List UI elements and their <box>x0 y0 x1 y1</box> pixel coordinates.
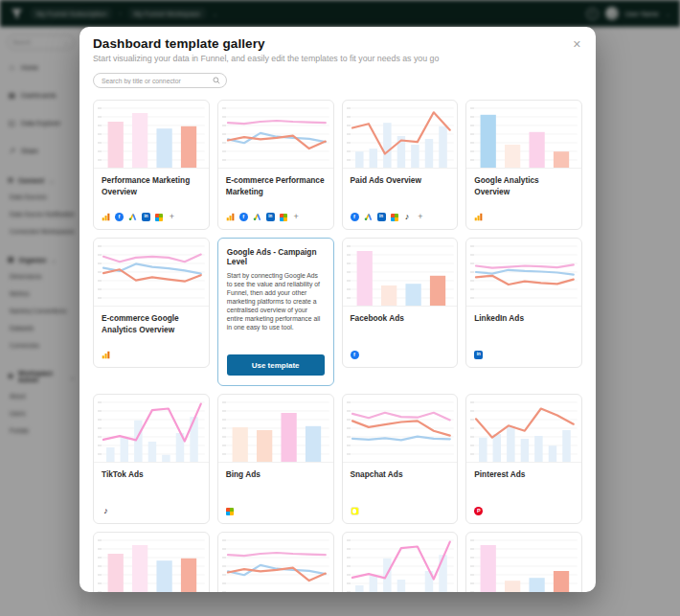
close-icon[interactable]: ✕ <box>571 37 583 52</box>
facebook-icon: f <box>115 213 124 221</box>
microsoft-icon <box>155 214 163 221</box>
template-chart-thumbnail <box>343 239 458 307</box>
template-title: Facebook Ads <box>351 313 450 325</box>
google-ads-icon <box>364 213 373 221</box>
template-card[interactable]: Bing Ads <box>217 394 334 524</box>
microsoft-icon <box>226 508 234 515</box>
facebook-icon: f <box>239 213 248 221</box>
google-analytics-icon <box>102 213 110 221</box>
search-icon <box>213 77 220 84</box>
linkedin-icon: in <box>474 351 483 359</box>
connector-icons: in <box>474 351 574 359</box>
connector-icons: fin+ <box>102 213 201 221</box>
connector-icons: P <box>474 507 574 515</box>
google-analytics-icon <box>226 213 235 221</box>
template-chart-thumbnail <box>466 533 581 592</box>
snapchat-icon <box>351 507 359 515</box>
template-title: E-commerce Performance Marketing <box>226 175 326 197</box>
template-chart-thumbnail <box>218 533 333 592</box>
microsoft-icon <box>280 214 287 221</box>
selected-template-title: Google Ads - Campaign Level <box>227 247 325 266</box>
connector-icons <box>102 351 201 359</box>
template-chart-thumbnail <box>466 239 581 307</box>
template-search-input[interactable] <box>100 77 209 85</box>
template-card[interactable]: Youtube Organic <box>342 532 459 592</box>
google-analytics-icon <box>102 351 110 359</box>
facebook-icon: f <box>351 351 359 359</box>
template-chart-thumbnail <box>218 101 333 169</box>
selected-template-description: Start by connecting Google Ads to see th… <box>227 271 325 331</box>
use-template-button[interactable]: Use template <box>227 354 325 376</box>
connector-icons: fin+ <box>226 213 326 221</box>
template-chart-thumbnail <box>343 533 458 592</box>
google-ads-icon <box>253 213 261 221</box>
pinterest-icon: P <box>474 507 483 515</box>
template-card[interactable]: Amazon Ads <box>93 532 210 592</box>
microsoft-icon <box>391 214 398 221</box>
template-card[interactable]: E-commerce Performance Marketing fin+ <box>217 100 334 230</box>
tiktok-icon: ♪ <box>403 213 412 221</box>
template-card[interactable]: Performance Marketing Overview fin+ <box>93 100 210 230</box>
template-title: LinkedIn Ads <box>474 313 574 325</box>
connector-icons <box>351 507 450 515</box>
connector-icons: ♪ <box>102 507 201 515</box>
template-chart-thumbnail <box>94 395 209 463</box>
modal-subtitle: Start visualizing your data in Funnel, a… <box>93 54 582 63</box>
template-chart-thumbnail <box>466 101 581 169</box>
template-chart-thumbnail <box>94 239 209 307</box>
template-grid: Performance Marketing Overview fin+ E-co… <box>93 100 582 592</box>
template-chart-thumbnail <box>343 101 458 169</box>
template-title: Snapchat Ads <box>351 469 450 481</box>
tiktok-icon: ♪ <box>102 507 110 515</box>
template-card[interactable]: LinkedIn Ads in <box>465 238 582 368</box>
template-chart-thumbnail <box>343 395 458 463</box>
template-card[interactable]: TikTok Ads ♪ <box>93 394 210 524</box>
plus-icon: + <box>292 213 301 221</box>
connector-icons <box>474 213 574 221</box>
template-title: Pinterest Ads <box>474 469 574 481</box>
connector-icons: f <box>351 351 450 359</box>
template-title: Google Analytics Overview <box>474 175 574 197</box>
plus-icon: + <box>168 213 176 221</box>
template-card[interactable]: X Ads <box>217 532 334 592</box>
template-title: TikTok Ads <box>102 469 201 481</box>
template-title: Bing Ads <box>226 469 326 481</box>
template-chart-thumbnail <box>466 395 581 463</box>
google-ads-icon <box>128 213 137 221</box>
template-title: Paid Ads Overview <box>351 175 450 187</box>
plus-icon: + <box>417 213 425 221</box>
linkedin-icon: in <box>142 213 150 221</box>
template-title: E-commerce Google Analytics Overview <box>102 313 201 335</box>
connector-icons <box>226 508 326 515</box>
linkedin-icon: in <box>377 213 386 221</box>
template-card[interactable]: Pinterest Ads P <box>465 394 582 524</box>
facebook-icon: f <box>351 213 359 221</box>
template-chart-thumbnail <box>218 395 333 463</box>
template-card[interactable]: Paid Ads Overview fin♪+ <box>342 100 459 230</box>
template-card[interactable]: Facebook Ads f <box>342 238 459 368</box>
template-card[interactable]: Google Analytics Overview <box>465 100 582 230</box>
template-chart-thumbnail <box>94 533 209 592</box>
template-card[interactable]: E-commerce Google Analytics Overview <box>93 238 210 368</box>
dashboard-template-gallery-modal: ✕ Dashboard template gallery Start visua… <box>79 27 596 592</box>
template-search <box>93 73 227 88</box>
modal-title: Dashboard template gallery <box>93 36 582 51</box>
template-title: Performance Marketing Overview <box>102 175 201 197</box>
selected-template-card: Google Ads - Campaign LevelStart by conn… <box>217 238 334 386</box>
template-card[interactable]: Shopify Overview <box>465 532 582 592</box>
template-card[interactable]: Snapchat Ads <box>342 394 459 524</box>
connector-icons: fin♪+ <box>351 213 450 221</box>
template-chart-thumbnail <box>94 101 209 169</box>
google-analytics-icon <box>474 213 483 221</box>
linkedin-icon: in <box>266 213 275 221</box>
